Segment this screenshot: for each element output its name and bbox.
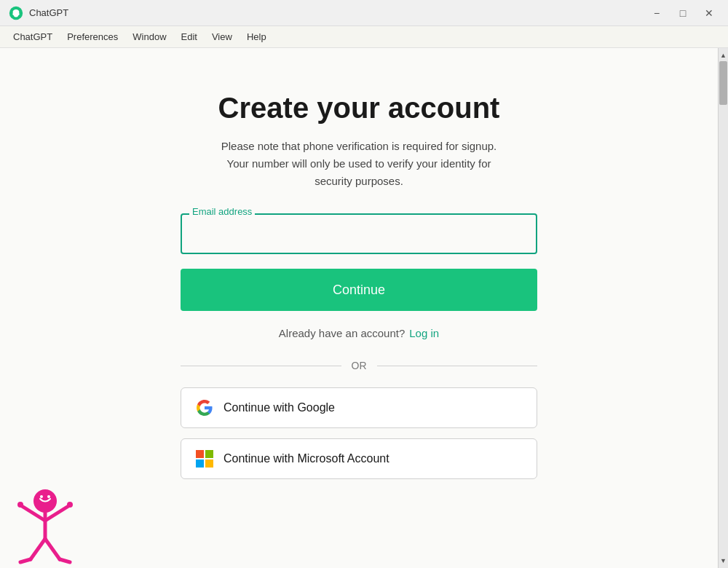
microsoft-signin-button[interactable]: Continue with Microsoft Account (181, 438, 537, 479)
google-button-label: Continue with Google (223, 401, 335, 414)
scroll-thumb[interactable] (719, 61, 727, 105)
subtitle-text: Please note that phone verification is r… (213, 138, 505, 190)
microsoft-icon (196, 450, 213, 468)
menu-item-help[interactable]: Help (240, 28, 274, 45)
svg-line-11 (20, 559, 31, 562)
svg-line-9 (31, 539, 45, 559)
close-button[interactable]: ✕ (699, 5, 719, 21)
svg-point-3 (47, 495, 50, 498)
title-bar-title: ChatGPT (29, 7, 68, 18)
google-signin-button[interactable]: Continue with Google (181, 387, 537, 428)
login-link[interactable]: Log in (409, 327, 439, 339)
scroll-down-arrow[interactable]: ▼ (719, 555, 729, 567)
login-row: Already have an account? Log in (279, 327, 439, 339)
svg-line-12 (60, 559, 70, 562)
form-container: Create your account Please note that pho… (181, 92, 537, 489)
page-title: Create your account (218, 92, 500, 125)
divider-text: OR (352, 360, 367, 371)
minimize-button[interactable]: − (646, 5, 667, 21)
scroll-track (719, 61, 728, 555)
menu-bar: ChatGPT Preferences Window Edit View Hel… (0, 26, 728, 48)
svg-point-7 (17, 502, 23, 508)
decoration-illustration (0, 481, 102, 568)
email-input-group: Email address (181, 213, 537, 254)
google-icon (196, 399, 213, 417)
menu-item-view[interactable]: View (205, 28, 240, 45)
content-panel: Create your account Please note that pho… (0, 48, 718, 568)
scrollbar: ▲ ▼ (718, 48, 728, 568)
divider-line-left (181, 366, 341, 366)
continue-button[interactable]: Continue (181, 269, 537, 311)
or-divider: OR (181, 360, 537, 371)
title-bar-controls: − □ ✕ (646, 5, 719, 21)
scroll-up-arrow[interactable]: ▲ (719, 50, 729, 61)
menu-item-edit[interactable]: Edit (174, 28, 205, 45)
svg-line-10 (45, 539, 60, 559)
svg-point-2 (40, 495, 43, 498)
already-have-text: Already have an account? (279, 327, 405, 339)
menu-item-chatgpt[interactable]: ChatGPT (6, 28, 60, 45)
microsoft-button-label: Continue with Microsoft Account (223, 452, 389, 465)
email-input[interactable] (181, 213, 537, 254)
title-bar-left: ChatGPT (9, 6, 68, 20)
title-bar: ChatGPT − □ ✕ (0, 0, 728, 26)
menu-item-window[interactable]: Window (125, 28, 173, 45)
email-label: Email address (189, 206, 255, 217)
divider-line-right (377, 366, 538, 366)
svg-point-8 (67, 502, 73, 508)
menu-item-preferences[interactable]: Preferences (60, 28, 125, 45)
main-area: Create your account Please note that pho… (0, 48, 728, 568)
app-icon (9, 6, 23, 20)
maximize-button[interactable]: □ (673, 5, 693, 21)
